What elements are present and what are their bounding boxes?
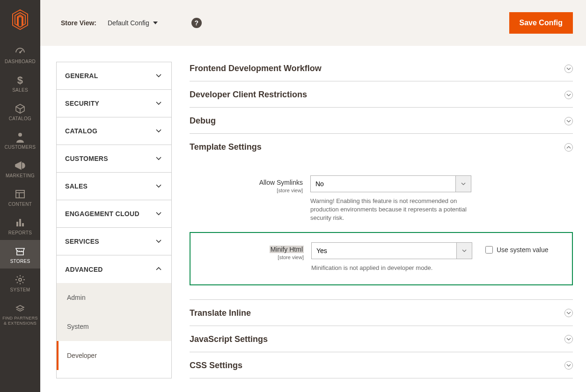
layout-icon	[0, 189, 40, 200]
section-client-restrictions[interactable]: Developer Client Restrictions	[190, 81, 573, 108]
sidebar-group-general[interactable]: GENERAL	[57, 62, 171, 90]
section-debug[interactable]: Debug	[190, 108, 573, 134]
sidebar-item-label: Developer	[67, 352, 97, 359]
sidebar-group-advanced[interactable]: ADVANCED	[57, 255, 171, 283]
section-title: CSS Settings	[190, 361, 242, 370]
sidebar-group-label: GENERAL	[65, 72, 98, 80]
sidebar-group-label: SERVICES	[65, 238, 99, 245]
help-icon[interactable]: ?	[191, 18, 202, 28]
sections: Frontend Development Workflow Developer …	[190, 62, 586, 378]
svg-point-9	[19, 278, 22, 281]
field-label: Minify Html	[270, 246, 304, 253]
field-label-col: Minify Html [store view]	[190, 242, 311, 260]
allow-symlinks-select-input[interactable]: No	[310, 175, 471, 192]
svg-text:$: $	[17, 74, 23, 86]
sidebar-group-security[interactable]: SECURITY	[57, 90, 171, 117]
main: Store View: Default Config ? Save Config…	[40, 0, 586, 378]
nav-reports[interactable]: REPORTS	[0, 211, 40, 240]
global-nav: DASHBOARD $ SALES CATALOG CUSTOMERS MARK…	[0, 0, 40, 392]
section-template-settings[interactable]: Template Settings	[190, 134, 573, 160]
expand-icon	[564, 361, 573, 370]
field-control-col: Yes Minification is not applied in devel…	[311, 242, 572, 272]
store-view-label: Store View:	[61, 19, 96, 27]
minify-html-highlight: Minify Html [store view] Yes	[190, 232, 573, 285]
save-config-button[interactable]: Save Config	[509, 12, 573, 34]
section-title: Frontend Development Workflow	[190, 64, 322, 73]
sidebar-group-catalog[interactable]: CATALOG	[57, 117, 171, 145]
chevron-down-icon	[155, 72, 162, 80]
box-icon	[0, 103, 40, 114]
dollar-icon: $	[0, 74, 40, 86]
use-system-value-checkbox[interactable]	[485, 246, 493, 254]
sidebar-item-developer[interactable]: Developer	[57, 341, 171, 370]
section-title: Developer Client Restrictions	[190, 90, 307, 100]
expand-icon	[564, 91, 573, 99]
store-icon	[0, 246, 40, 257]
section-title: Debug	[190, 116, 216, 126]
nav-label: SYSTEM	[10, 287, 30, 292]
svg-rect-7	[19, 219, 21, 226]
chevron-down-icon	[155, 100, 162, 108]
use-system-value[interactable]: Use system value	[485, 242, 548, 254]
field-label-col: Allow Symlinks [store view]	[190, 175, 310, 193]
sidebar-group-label: CUSTOMERS	[65, 155, 108, 162]
allow-symlinks-select[interactable]: No	[310, 175, 471, 192]
blocks-icon	[0, 303, 40, 314]
collapse-icon	[564, 143, 573, 152]
minify-html-select-input[interactable]: Yes	[311, 242, 472, 259]
section-title: JavaScript Settings	[190, 334, 268, 344]
section-css-settings[interactable]: CSS Settings	[190, 352, 573, 378]
field-help: Minification is not applied in developer…	[311, 264, 472, 272]
expand-icon	[564, 335, 573, 343]
store-view-select[interactable]: Default Config	[108, 19, 158, 27]
nav-dashboard[interactable]: DASHBOARD	[0, 40, 40, 69]
section-translate-inline[interactable]: Translate Inline	[190, 299, 573, 326]
nav-system[interactable]: SYSTEM	[0, 269, 40, 297]
nav-customers[interactable]: CUSTOMERS	[0, 126, 40, 154]
sidebar-group-label: SECURITY	[65, 100, 99, 107]
sidebar-item-admin[interactable]: Admin	[57, 283, 171, 312]
svg-rect-3	[16, 190, 24, 198]
field-minify-html: Minify Html [store view] Yes	[190, 240, 572, 275]
nav-label: CUSTOMERS	[5, 145, 36, 150]
chevron-down-icon	[155, 210, 162, 218]
sidebar-group-label: SALES	[65, 182, 88, 190]
sidebar-group-engagement-cloud[interactable]: ENGAGEMENT CLOUD	[57, 200, 171, 228]
field-label: Allow Symlinks	[259, 179, 303, 186]
section-frontend-dev-workflow[interactable]: Frontend Development Workflow	[190, 62, 573, 81]
store-view-value: Default Config	[108, 19, 149, 27]
topbar: Store View: Default Config ? Save Config	[40, 0, 586, 46]
nav-label: MARKETING	[6, 173, 35, 178]
sidebar-group-customers[interactable]: CUSTOMERS	[57, 145, 171, 173]
nav-label: DASHBOARD	[5, 59, 36, 64]
sidebar-group-services[interactable]: SERVICES	[57, 228, 171, 255]
section-title: Translate Inline	[190, 308, 251, 318]
nav-stores[interactable]: STORES	[0, 240, 40, 269]
svg-point-2	[18, 133, 22, 137]
sidebar-advanced-children: Admin System Developer	[57, 283, 171, 370]
section-title: Template Settings	[190, 142, 262, 152]
nav-content[interactable]: CONTENT	[0, 183, 40, 211]
svg-rect-8	[22, 223, 24, 226]
nav-catalog[interactable]: CATALOG	[0, 97, 40, 126]
minify-html-select[interactable]: Yes	[311, 242, 472, 259]
section-javascript-settings[interactable]: JavaScript Settings	[190, 326, 573, 352]
field-scope: [store view]	[190, 254, 304, 260]
nav-partners[interactable]: FIND PARTNERS & EXTENSIONS	[0, 297, 40, 331]
config-sidebar: GENERAL SECURITY CATALOG CUSTOMERS SALES…	[56, 62, 172, 378]
field-allow-symlinks: Allow Symlinks [store view] No Warning!	[190, 173, 573, 225]
expand-icon	[564, 309, 573, 317]
caret-down-icon	[153, 22, 158, 24]
field-control-col: No Warning! Enabling this feature is not…	[310, 175, 573, 223]
nav-marketing[interactable]: MARKETING	[0, 154, 40, 183]
expand-icon	[564, 65, 573, 73]
nav-sales[interactable]: $ SALES	[0, 69, 40, 97]
template-settings-body: Allow Symlinks [store view] No Warning!	[190, 160, 573, 299]
chevron-down-icon	[155, 182, 162, 190]
sidebar-item-system[interactable]: System	[57, 312, 171, 341]
magento-logo-icon	[11, 9, 29, 32]
sidebar-group-sales[interactable]: SALES	[57, 173, 171, 200]
field-help: Warning! Enabling this feature is not re…	[310, 197, 471, 223]
chevron-down-icon	[155, 127, 162, 135]
expand-icon	[564, 117, 573, 125]
